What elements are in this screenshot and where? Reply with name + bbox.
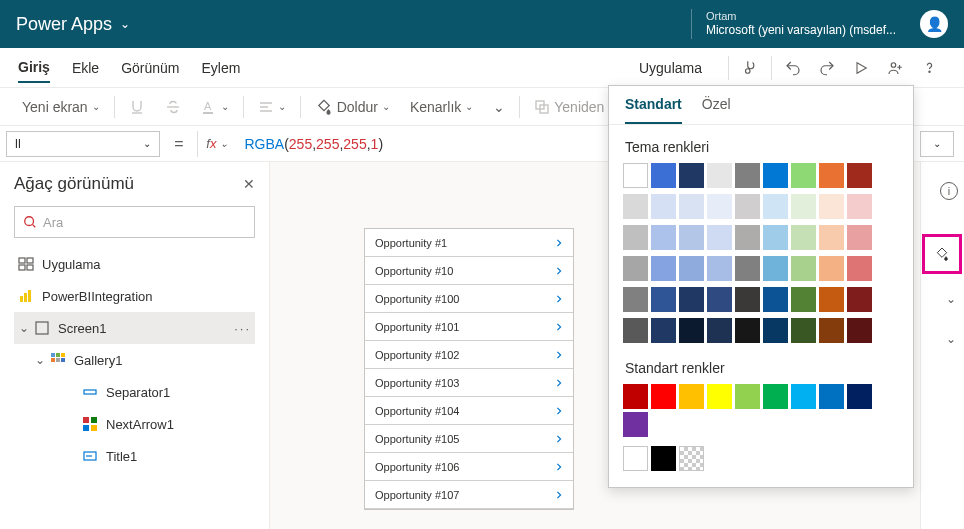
color-swatch[interactable] bbox=[735, 318, 760, 343]
color-swatch[interactable] bbox=[735, 384, 760, 409]
color-swatch[interactable] bbox=[763, 225, 788, 250]
color-swatch[interactable] bbox=[763, 318, 788, 343]
color-swatch[interactable] bbox=[651, 446, 676, 471]
expand-chevron-icon[interactable]: ⌄ bbox=[946, 292, 956, 306]
tree-separator1[interactable]: Separator1 bbox=[14, 376, 255, 408]
align-icon[interactable]: ⌄ bbox=[248, 88, 296, 126]
redo-icon[interactable] bbox=[810, 48, 844, 88]
color-swatch[interactable] bbox=[651, 287, 676, 312]
share-icon[interactable] bbox=[878, 48, 912, 88]
info-icon[interactable]: i bbox=[940, 182, 958, 200]
new-screen-button[interactable]: Yeni ekran⌄ bbox=[12, 88, 110, 126]
fill-button[interactable]: Doldur⌄ bbox=[305, 88, 400, 126]
color-swatch[interactable] bbox=[763, 194, 788, 219]
tree-gallery1[interactable]: ⌄ Gallery1 bbox=[14, 344, 255, 376]
strikethrough-icon[interactable] bbox=[155, 88, 191, 126]
help-icon[interactable] bbox=[912, 48, 946, 88]
collapse-icon[interactable]: ⌄ bbox=[18, 321, 30, 335]
color-swatch[interactable] bbox=[707, 318, 732, 343]
color-swatch[interactable] bbox=[819, 287, 844, 312]
tree-nextarrow1[interactable]: NextArrow1 bbox=[14, 408, 255, 440]
tab-standard[interactable]: Standart bbox=[625, 86, 682, 124]
gallery-row[interactable]: Opportunity #107 bbox=[365, 481, 573, 509]
color-swatch[interactable] bbox=[679, 194, 704, 219]
color-swatch[interactable] bbox=[623, 318, 648, 343]
color-swatch[interactable] bbox=[623, 163, 648, 188]
color-swatch[interactable] bbox=[819, 256, 844, 281]
color-swatch[interactable] bbox=[847, 194, 872, 219]
color-swatch[interactable] bbox=[679, 256, 704, 281]
gallery-row[interactable]: Opportunity #10 bbox=[365, 257, 573, 285]
color-swatch[interactable] bbox=[707, 225, 732, 250]
gallery-row[interactable]: Opportunity #100 bbox=[365, 285, 573, 313]
color-swatch[interactable] bbox=[651, 163, 676, 188]
brand-chevron-icon[interactable]: ⌄ bbox=[120, 17, 130, 31]
reorder-button[interactable]: Yeniden bbox=[524, 88, 614, 126]
gallery-row[interactable]: Opportunity #105 bbox=[365, 425, 573, 453]
color-swatch[interactable] bbox=[707, 194, 732, 219]
color-swatch[interactable] bbox=[819, 318, 844, 343]
more-icon[interactable]: ··· bbox=[234, 321, 251, 336]
formula-expand-icon[interactable]: ⌄ bbox=[920, 131, 954, 157]
color-swatch[interactable] bbox=[791, 318, 816, 343]
search-input[interactable]: Ara bbox=[14, 206, 255, 238]
color-swatch[interactable] bbox=[651, 318, 676, 343]
color-swatch[interactable] bbox=[623, 194, 648, 219]
environment-picker[interactable]: Ortam Microsoft (yeni varsayılan) (msdef… bbox=[691, 9, 910, 39]
color-swatch[interactable] bbox=[847, 256, 872, 281]
color-swatch[interactable] bbox=[707, 287, 732, 312]
color-swatch[interactable] bbox=[679, 225, 704, 250]
menu-app[interactable]: Uygulama bbox=[639, 54, 702, 82]
color-swatch[interactable] bbox=[623, 256, 648, 281]
more-chevron-icon[interactable]: ⌄ bbox=[483, 88, 515, 126]
font-color-icon[interactable]: A⌄ bbox=[191, 88, 239, 126]
color-swatch[interactable] bbox=[791, 287, 816, 312]
color-swatch[interactable] bbox=[735, 225, 760, 250]
color-swatch[interactable] bbox=[707, 384, 732, 409]
color-swatch[interactable] bbox=[791, 225, 816, 250]
color-swatch[interactable] bbox=[735, 163, 760, 188]
color-swatch[interactable] bbox=[679, 318, 704, 343]
undo-icon[interactable] bbox=[776, 48, 810, 88]
color-swatch[interactable] bbox=[819, 225, 844, 250]
gallery-row[interactable]: Opportunity #101 bbox=[365, 313, 573, 341]
color-swatch[interactable] bbox=[819, 384, 844, 409]
color-swatch[interactable] bbox=[679, 287, 704, 312]
color-swatch[interactable] bbox=[623, 446, 648, 471]
gallery-row[interactable]: Opportunity #106 bbox=[365, 453, 573, 481]
gallery-row[interactable]: Opportunity #104 bbox=[365, 397, 573, 425]
color-swatch[interactable] bbox=[763, 163, 788, 188]
color-swatch[interactable] bbox=[791, 163, 816, 188]
fill-property-swatch[interactable] bbox=[922, 234, 962, 274]
property-dropdown[interactable]: ll ⌄ bbox=[6, 131, 160, 157]
close-icon[interactable]: ✕ bbox=[243, 176, 255, 192]
tree-title1[interactable]: Title1 bbox=[14, 440, 255, 472]
color-swatch[interactable] bbox=[651, 225, 676, 250]
border-button[interactable]: Kenarlık⌄ bbox=[400, 88, 483, 126]
color-swatch[interactable] bbox=[679, 384, 704, 409]
avatar[interactable] bbox=[920, 10, 948, 38]
gallery-control[interactable]: Opportunity #1Opportunity #10Opportunity… bbox=[364, 228, 574, 510]
color-swatch[interactable] bbox=[651, 384, 676, 409]
tree-powerbi[interactable]: PowerBIIntegration bbox=[14, 280, 255, 312]
menu-home[interactable]: Giriş bbox=[18, 53, 50, 83]
tree-screen1[interactable]: ⌄ Screen1 ··· bbox=[14, 312, 255, 344]
color-swatch[interactable] bbox=[819, 194, 844, 219]
menu-view[interactable]: Görünüm bbox=[121, 54, 179, 82]
underline-icon[interactable] bbox=[119, 88, 155, 126]
color-swatch[interactable] bbox=[679, 163, 704, 188]
color-swatch[interactable] bbox=[847, 225, 872, 250]
color-swatch[interactable] bbox=[791, 256, 816, 281]
collapse-icon[interactable]: ⌄ bbox=[34, 353, 46, 367]
color-swatch[interactable] bbox=[847, 287, 872, 312]
color-swatch[interactable] bbox=[707, 163, 732, 188]
color-swatch[interactable] bbox=[735, 194, 760, 219]
gallery-row[interactable]: Opportunity #1 bbox=[365, 229, 573, 257]
color-swatch[interactable] bbox=[763, 287, 788, 312]
color-swatch[interactable] bbox=[707, 256, 732, 281]
color-swatch[interactable] bbox=[763, 384, 788, 409]
color-swatch[interactable] bbox=[623, 384, 648, 409]
color-swatch[interactable] bbox=[847, 318, 872, 343]
color-swatch[interactable] bbox=[847, 163, 872, 188]
color-swatch[interactable] bbox=[623, 287, 648, 312]
